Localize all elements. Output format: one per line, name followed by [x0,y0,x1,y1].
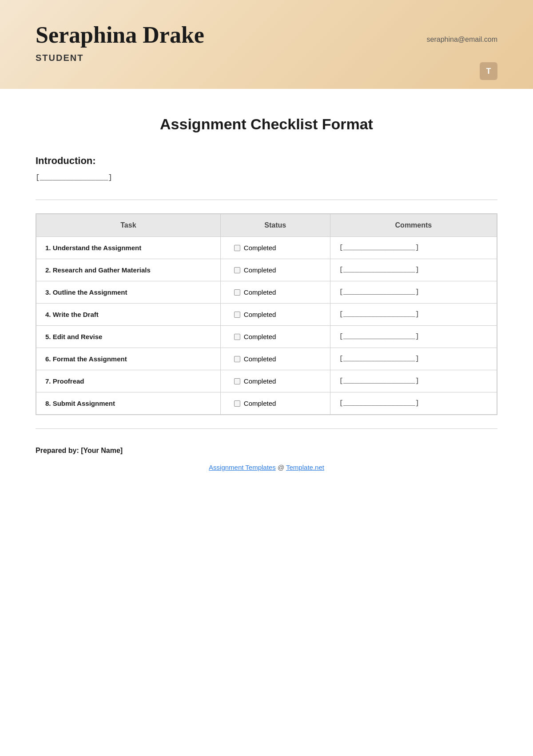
comments-cell: [__________________] [330,281,497,304]
comments-cell: [__________________] [330,326,497,348]
comments-cell: [__________________] [330,348,497,370]
template-net-link[interactable]: Template.net [286,464,324,471]
footer-links: Assignment Templates @ Template.net [36,464,497,471]
col-status: Status [220,214,330,237]
table-row: 2. Research and Gather MaterialsComplete… [36,259,497,281]
assignment-templates-link[interactable]: Assignment Templates [209,464,276,471]
table-row: 8. Submit AssignmentCompleted[__________… [36,392,497,415]
checkbox-icon [234,334,240,340]
task-cell: 4. Write the Draft [36,304,221,326]
status-cell: Completed [220,259,330,281]
main-content: Assignment Checklist Format Introduction… [0,89,533,498]
checkbox-icon [234,356,240,362]
checkbox-icon [234,312,240,318]
table-row: 6. Format the AssignmentCompleted[______… [36,348,497,370]
checkbox-icon [234,267,240,273]
table-header-row: Task Status Comments [36,214,497,237]
header-name: Seraphina Drake [36,22,497,48]
header-banner: Seraphina Drake STUDENT seraphina@email.… [0,0,533,89]
table-row: 3. Outline the AssignmentCompleted[_____… [36,281,497,304]
status-text: Completed [244,333,276,340]
avatar: T [480,62,497,80]
status-cell: Completed [220,348,330,370]
task-cell: 3. Outline the Assignment [36,281,221,304]
status-cell: Completed [220,392,330,415]
status-text: Completed [244,311,276,318]
header-email: seraphina@email.com [427,36,497,44]
introduction-field: [________________] [36,174,497,182]
comments-cell: [__________________] [330,304,497,326]
table-body: 1. Understand the AssignmentCompleted[__… [36,237,497,415]
table-row: 4. Write the DraftCompleted[____________… [36,304,497,326]
status-cell: Completed [220,281,330,304]
comments-cell: [__________________] [330,370,497,392]
divider-bottom [36,428,497,429]
task-cell: 2. Research and Gather Materials [36,259,221,281]
status-text: Completed [244,288,276,296]
status-text: Completed [244,355,276,363]
table-header: Task Status Comments [36,214,497,237]
table-row: 5. Edit and ReviseCompleted[____________… [36,326,497,348]
checkbox-icon [234,245,240,251]
comments-cell: [__________________] [330,392,497,415]
status-cell: Completed [220,237,330,259]
divider-top [36,200,497,200]
document-title: Assignment Checklist Format [36,116,497,133]
checkbox-icon [234,400,240,407]
footer-section: Prepared by: [Your Name] Assignment Temp… [36,447,497,471]
task-cell: 6. Format the Assignment [36,348,221,370]
status-text: Completed [244,244,276,252]
col-task: Task [36,214,221,237]
task-cell: 5. Edit and Revise [36,326,221,348]
status-text: Completed [244,377,276,385]
checklist-table-wrapper: Task Status Comments 1. Understand the A… [36,213,497,415]
comments-cell: [__________________] [330,237,497,259]
col-comments: Comments [330,214,497,237]
checkbox-icon [234,289,240,296]
footer-separator: @ [278,464,286,471]
table-row: 1. Understand the AssignmentCompleted[__… [36,237,497,259]
comments-cell: [__________________] [330,259,497,281]
task-cell: 1. Understand the Assignment [36,237,221,259]
header-role: STUDENT [36,53,497,63]
checkbox-icon [234,378,240,384]
status-text: Completed [244,400,276,407]
task-cell: 7. Proofread [36,370,221,392]
table-row: 7. ProofreadCompleted[__________________… [36,370,497,392]
status-cell: Completed [220,304,330,326]
status-cell: Completed [220,370,330,392]
introduction-label: Introduction: [36,155,497,167]
task-cell: 8. Submit Assignment [36,392,221,415]
status-text: Completed [244,266,276,274]
checklist-table: Task Status Comments 1. Understand the A… [36,214,497,415]
prepared-by: Prepared by: [Your Name] [36,447,497,455]
status-cell: Completed [220,326,330,348]
